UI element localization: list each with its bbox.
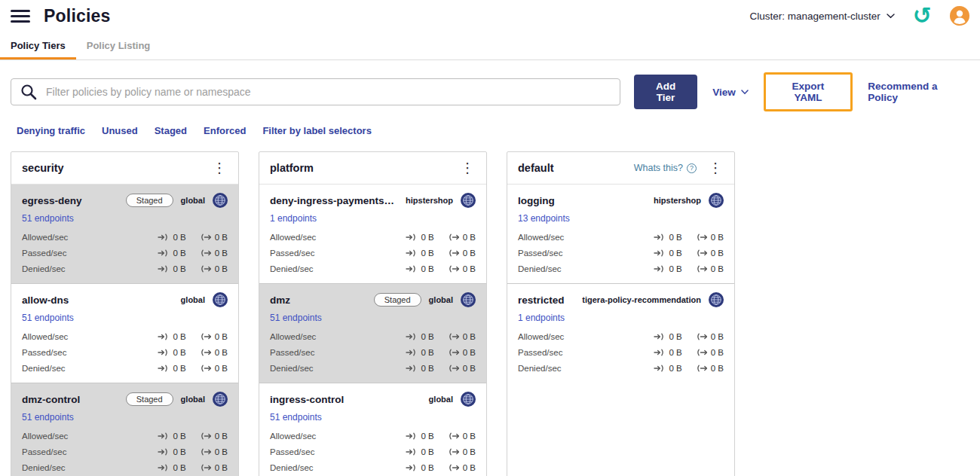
history-restore-icon[interactable]: ↺	[913, 6, 932, 26]
egress-arrow-icon	[448, 333, 459, 340]
egress-arrow-icon	[448, 349, 459, 356]
endpoints-link[interactable]: 13 endpoints	[518, 213, 570, 224]
stat-label: Denied/sec	[270, 463, 314, 472]
egress-arrow-icon	[696, 249, 707, 257]
ingress-arrow-icon	[158, 432, 169, 440]
stat-row: Passed/sec0 B0 B	[270, 348, 476, 357]
stat-label: Allowed/sec	[518, 233, 564, 242]
policy-scope-label: global	[429, 395, 453, 404]
filter-unused[interactable]: Unused	[102, 125, 138, 136]
scope-globe-icon	[461, 392, 476, 407]
export-yaml-button[interactable]: Export YAML	[764, 72, 853, 111]
stat-row: Denied/sec0 B0 B	[270, 264, 476, 273]
stat-label: Denied/sec	[22, 463, 66, 472]
user-avatar[interactable]	[950, 6, 969, 26]
ingress-arrow-icon	[406, 249, 417, 257]
view-dropdown[interactable]: View	[712, 87, 749, 98]
ingress-arrow-icon	[158, 249, 169, 257]
egress-arrow-icon	[200, 349, 211, 356]
tier-name: platform	[270, 162, 314, 174]
egress-value: 0 B	[711, 364, 724, 373]
policy-card[interactable]: dmzStagedglobal51 endpointsAllowed/sec0 …	[259, 283, 486, 383]
endpoints-link[interactable]: 51 endpoints	[22, 313, 74, 323]
ingress-arrow-icon	[158, 333, 169, 340]
ingress-value: 0 B	[421, 463, 433, 472]
add-tier-button[interactable]: Add Tier	[634, 75, 697, 109]
stat-row: Passed/sec0 B0 B	[270, 447, 476, 456]
egress-value: 0 B	[711, 348, 724, 357]
egress-value: 0 B	[463, 463, 476, 472]
whats-this-link[interactable]: Whats this??	[634, 163, 697, 173]
egress-value: 0 B	[711, 233, 724, 242]
egress-arrow-icon	[448, 432, 459, 440]
policy-card[interactable]: dmz-controlStagedglobal51 endpointsAllow…	[11, 383, 238, 476]
stat-row: Allowed/sec0 B0 B	[270, 233, 476, 242]
egress-value: 0 B	[215, 463, 228, 472]
egress-value: 0 B	[215, 364, 228, 373]
stat-label: Denied/sec	[270, 364, 314, 373]
stat-label: Passed/sec	[270, 249, 314, 258]
policy-name: allow-dns	[22, 294, 69, 306]
ingress-value: 0 B	[669, 233, 681, 242]
endpoints-link[interactable]: 51 endpoints	[22, 213, 74, 224]
egress-value: 0 B	[215, 332, 228, 341]
endpoints-link[interactable]: 51 endpoints	[270, 313, 322, 323]
policy-card[interactable]: allow-dnsglobal51 endpointsAllowed/sec0 …	[11, 283, 238, 383]
filter-staged[interactable]: Staged	[155, 125, 187, 136]
ingress-arrow-icon	[406, 233, 417, 241]
ingress-value: 0 B	[421, 364, 433, 373]
ingress-value: 0 B	[421, 447, 433, 456]
policy-card[interactable]: deny-ingress-paymentservi…hipstershop1 e…	[259, 185, 486, 283]
egress-value: 0 B	[463, 264, 476, 273]
policy-search-input[interactable]	[44, 85, 611, 99]
staged-badge: Staged	[374, 293, 421, 307]
kebab-menu-button[interactable]: ⋮	[707, 160, 724, 176]
egress-arrow-icon	[448, 365, 459, 372]
ingress-arrow-icon	[654, 249, 665, 257]
stat-row: Allowed/sec0 B0 B	[518, 332, 724, 341]
tab-bar: Policy Tiers Policy Listing	[0, 32, 980, 60]
stat-label: Allowed/sec	[270, 233, 316, 242]
stat-label: Passed/sec	[270, 447, 314, 456]
egress-value: 0 B	[463, 364, 476, 373]
stat-row: Passed/sec0 B0 B	[22, 348, 228, 357]
egress-arrow-icon	[448, 448, 459, 456]
filter-label-selectors[interactable]: Filter by label selectors	[262, 125, 372, 136]
egress-value: 0 B	[215, 264, 228, 273]
hamburger-menu-icon[interactable]	[11, 8, 30, 24]
recommend-policy-link[interactable]: Recommend a Policy	[868, 81, 969, 103]
ingress-value: 0 B	[173, 463, 185, 472]
tab-policy-listing[interactable]: Policy Listing	[76, 32, 161, 60]
endpoints-link[interactable]: 51 endpoints	[22, 412, 74, 423]
policy-scope-label: hipstershop	[406, 196, 453, 205]
filter-enforced[interactable]: Enforced	[204, 125, 246, 136]
kebab-menu-button[interactable]: ⋮	[459, 160, 476, 176]
scope-globe-icon	[461, 193, 476, 208]
egress-value: 0 B	[711, 249, 724, 258]
stat-row: Allowed/sec0 B0 B	[518, 233, 724, 242]
endpoints-link[interactable]: 1 endpoints	[270, 213, 317, 224]
policy-name: dmz-control	[22, 394, 80, 405]
stat-row: Passed/sec0 B0 B	[22, 249, 228, 258]
policy-search-box	[11, 78, 620, 105]
scope-globe-icon	[213, 392, 228, 407]
egress-arrow-icon	[200, 365, 211, 372]
stat-label: Passed/sec	[518, 348, 562, 357]
egress-arrow-icon	[448, 249, 459, 257]
tab-policy-tiers[interactable]: Policy Tiers	[0, 32, 76, 60]
policy-name: dmz	[270, 294, 290, 306]
policy-scope-label: global	[429, 295, 453, 304]
endpoints-link[interactable]: 51 endpoints	[270, 412, 322, 423]
stat-row: Denied/sec0 B0 B	[22, 264, 228, 273]
endpoints-link[interactable]: 1 endpoints	[518, 313, 565, 323]
kebab-menu-button[interactable]: ⋮	[211, 160, 228, 176]
policy-card[interactable]: restrictedtigera-policy-recommendation1 …	[507, 283, 734, 383]
egress-value: 0 B	[711, 264, 724, 273]
filter-denying-traffic[interactable]: Denying traffic	[17, 125, 85, 136]
policy-card[interactable]: ingress-controlglobal51 endpointsAllowed…	[259, 383, 486, 476]
policy-card[interactable]: egress-denyStagedglobal51 endpointsAllow…	[11, 185, 238, 283]
policy-card[interactable]: logginghipstershop13 endpointsAllowed/se…	[507, 185, 734, 283]
info-icon: ?	[687, 163, 697, 173]
policy-name: deny-ingress-paymentservi…	[270, 195, 400, 206]
cluster-selector[interactable]: Cluster: management-cluster	[750, 11, 895, 22]
